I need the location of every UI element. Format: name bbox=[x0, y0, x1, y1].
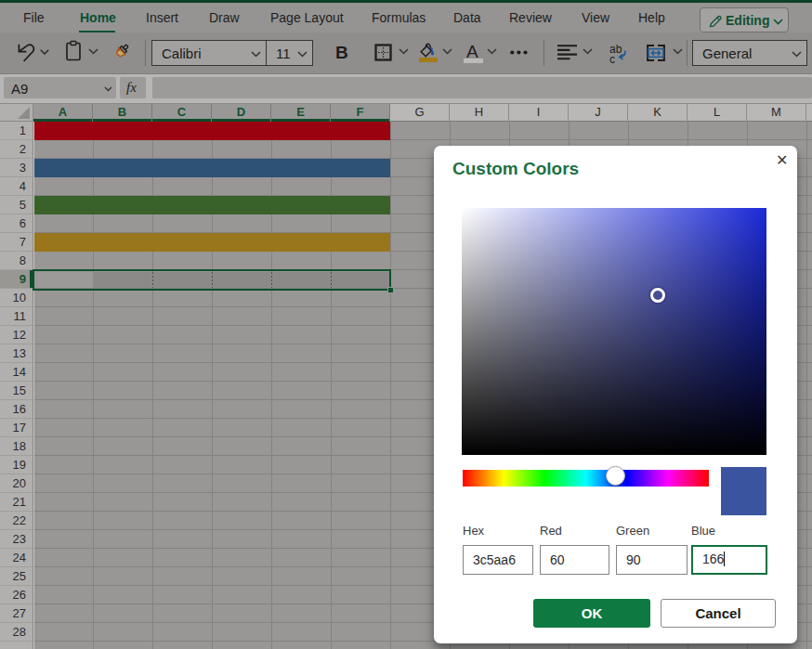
svg-text:c: c bbox=[609, 53, 615, 66]
